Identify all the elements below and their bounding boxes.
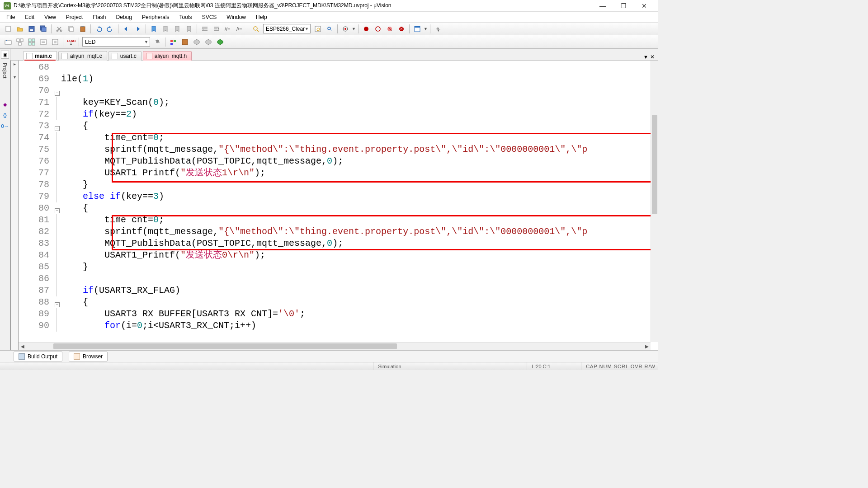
- fold-gutter[interactable]: [54, 308, 60, 320]
- code-text[interactable]: USART3_RX_BUFFER[USART3_RX_CNT]='\0';: [60, 308, 305, 320]
- breakpoint-enable-icon[interactable]: [373, 24, 383, 34]
- select-packs-icon[interactable]: [179, 37, 190, 47]
- code-line[interactable]: 79 else if(key==3): [19, 191, 658, 202]
- code-text[interactable]: time_cnt=0;: [60, 214, 164, 226]
- breakpoint-kill-icon[interactable]: [396, 24, 407, 34]
- tab-browser[interactable]: Browser: [69, 352, 108, 361]
- fold-gutter[interactable]: [54, 273, 60, 285]
- project-window-icon[interactable]: ▣: [1, 51, 9, 59]
- code-text[interactable]: if(key==2): [60, 108, 137, 120]
- code-text[interactable]: sprintf(mqtt_message,"{\"method\":\"thin…: [60, 144, 587, 155]
- fold-gutter[interactable]: [54, 191, 60, 202]
- code-line[interactable]: 71 key=KEY_Scan(0);: [19, 97, 658, 108]
- fold-gutter[interactable]: [54, 97, 60, 108]
- code-line[interactable]: 83 MQTT_PublishData(POST_TOPIC,mqtt_mess…: [19, 238, 658, 249]
- fold-gutter[interactable]: [54, 61, 60, 73]
- debug-start-icon[interactable]: [340, 24, 351, 34]
- target-combo[interactable]: LED ▼: [82, 37, 150, 47]
- code-line[interactable]: 84 USART1_Printf("发送状态0\r\n");: [19, 249, 658, 261]
- code-text[interactable]: sprintf(mqtt_message,"{\"method\":\"thin…: [60, 226, 587, 238]
- fold-gutter[interactable]: [54, 249, 60, 261]
- save-icon[interactable]: [26, 24, 37, 34]
- code-line[interactable]: 68: [19, 61, 658, 73]
- code-text[interactable]: if(USART3_RX_FLAG): [60, 285, 180, 296]
- incremental-find-icon[interactable]: [324, 24, 335, 34]
- code-line[interactable]: 76 MQTT_PublishData(POST_TOPIC,mqtt_mess…: [19, 155, 658, 167]
- code-text[interactable]: ile(1): [60, 73, 94, 85]
- code-text[interactable]: for(i=0;i<USART3_RX_CNT;i++): [60, 320, 256, 332]
- paste-icon[interactable]: [77, 24, 88, 34]
- code-text[interactable]: key=KEY_Scan(0);: [60, 97, 170, 108]
- tab-main-c[interactable]: main.c: [23, 51, 57, 61]
- fold-gutter[interactable]: [54, 320, 60, 332]
- fold-gutter[interactable]: −: [54, 296, 60, 308]
- menu-flash[interactable]: Flash: [88, 13, 110, 22]
- fold-gutter[interactable]: −: [54, 85, 60, 97]
- maximize-button[interactable]: ❐: [613, 0, 634, 12]
- fold-gutter[interactable]: [54, 285, 60, 296]
- rte-icon-2[interactable]: [203, 37, 214, 47]
- code-line[interactable]: 87 if(USART3_RX_FLAG): [19, 285, 658, 296]
- fold-gutter[interactable]: [54, 167, 60, 179]
- menu-svcs[interactable]: SVCS: [198, 13, 222, 22]
- manage-project-icon[interactable]: [168, 37, 179, 47]
- fold-gutter[interactable]: [54, 73, 60, 85]
- menu-project[interactable]: Project: [61, 13, 87, 22]
- code-line[interactable]: 88− {: [19, 296, 658, 308]
- fold-gutter[interactable]: [54, 179, 60, 191]
- outline-expand-icon[interactable]: ▸: [14, 61, 16, 66]
- close-button[interactable]: ✕: [634, 0, 655, 12]
- code-text[interactable]: [60, 85, 61, 97]
- find-in-files-icon[interactable]: [312, 24, 323, 34]
- comment-icon[interactable]: //≡: [223, 24, 234, 34]
- menu-tools[interactable]: Tools: [175, 13, 197, 22]
- vertical-scrollbar[interactable]: [651, 61, 658, 342]
- code-line[interactable]: 80− {: [19, 202, 658, 214]
- fold-gutter[interactable]: [54, 226, 60, 238]
- outline-collapse-icon[interactable]: ▾: [14, 75, 16, 80]
- breakpoint-disable-icon[interactable]: [384, 24, 395, 34]
- tab-overflow-icon[interactable]: ▼: [643, 54, 648, 60]
- code-line[interactable]: 78 }: [19, 179, 658, 191]
- tab-build-output[interactable]: Build Output: [14, 352, 62, 361]
- menu-debug[interactable]: Debug: [112, 13, 137, 22]
- code-text[interactable]: }: [60, 261, 88, 273]
- redo-icon[interactable]: [105, 24, 116, 34]
- indent-left-icon[interactable]: [199, 24, 210, 34]
- code-line[interactable]: 81 time_cnt=0;: [19, 214, 658, 226]
- functions-icon[interactable]: {}: [1, 112, 9, 119]
- window-icon[interactable]: [412, 24, 423, 34]
- fold-gutter[interactable]: [54, 214, 60, 226]
- code-text[interactable]: {: [60, 202, 88, 214]
- code-text[interactable]: USART1_Printf("发送状态0\r\n");: [60, 249, 265, 261]
- code-line[interactable]: 74 time_cnt=0;: [19, 132, 658, 144]
- translate-icon[interactable]: [3, 37, 14, 47]
- search-combo[interactable]: ESP8266_Clear ▼: [263, 24, 311, 33]
- menu-file[interactable]: File: [2, 13, 19, 22]
- code-line[interactable]: 86: [19, 273, 658, 285]
- bookmark-prev-icon[interactable]: [160, 24, 171, 34]
- scrollbar-thumb[interactable]: [53, 343, 397, 349]
- code-text[interactable]: else if(key==3): [60, 191, 164, 202]
- fold-gutter[interactable]: −: [54, 120, 60, 132]
- horizontal-scrollbar[interactable]: ◀ ▶: [19, 342, 651, 350]
- cut-icon[interactable]: [54, 24, 65, 34]
- code-line[interactable]: 70−: [19, 85, 658, 97]
- fold-gutter[interactable]: [54, 132, 60, 144]
- fold-gutter[interactable]: [54, 155, 60, 167]
- bookmark-clear-icon[interactable]: [184, 24, 194, 34]
- stop-build-icon[interactable]: [50, 37, 61, 47]
- menu-window[interactable]: Window: [222, 13, 250, 22]
- code-line[interactable]: 89 USART3_RX_BUFFER[USART3_RX_CNT]='\0';: [19, 308, 658, 320]
- menu-edit[interactable]: Edit: [20, 13, 39, 22]
- configure-icon[interactable]: [433, 24, 443, 34]
- fold-gutter[interactable]: [54, 144, 60, 155]
- scrollbar-thumb[interactable]: [652, 115, 657, 214]
- copy-icon[interactable]: [66, 24, 76, 34]
- indent-right-icon[interactable]: [211, 24, 222, 34]
- bookmark-next-icon[interactable]: [172, 24, 183, 34]
- open-file-icon[interactable]: [14, 24, 25, 34]
- undo-icon[interactable]: [93, 24, 104, 34]
- code-line[interactable]: 69ile(1): [19, 73, 658, 85]
- code-line[interactable]: 85 }: [19, 261, 658, 273]
